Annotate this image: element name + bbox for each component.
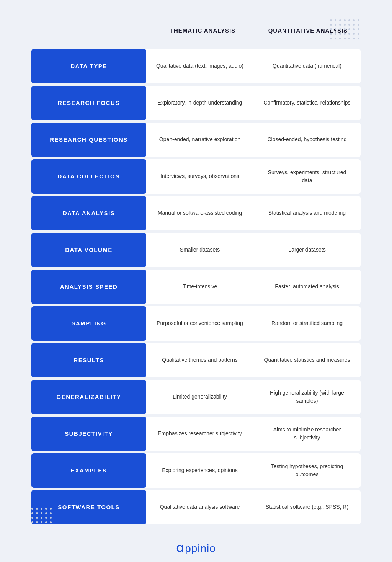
row-label-data-type: DATA TYPE <box>31 49 146 83</box>
table-row: EXAMPLESExploring experiences, opinionsT… <box>31 453 361 488</box>
row-cols: Exploring experiences, opinionsTesting h… <box>146 453 361 488</box>
page-container: THEMATIC ANALYSIS QUANTITATIVE ANALYSIS … <box>31 15 361 555</box>
row-cols: Manual or software-assisted codingStatis… <box>146 196 361 230</box>
row-label-text: GENERALIZABILITY <box>57 394 121 400</box>
row-cols: Smaller datasetsLarger datasets <box>146 233 361 267</box>
row-label-text: SAMPLING <box>71 320 106 327</box>
row-col-quantitative: Surveys, experiments, structured data <box>253 159 361 194</box>
row-label-sampling: SAMPLING <box>31 306 146 341</box>
table-row: GENERALIZABILITYLimited generalizability… <box>31 380 361 414</box>
row-label-data-volume: DATA VOLUME <box>31 233 146 267</box>
row-col-quantitative: Faster, automated analysis <box>253 270 361 304</box>
row-label-results: RESULTS <box>31 343 146 377</box>
row-label-text: RESULTS <box>74 357 104 363</box>
row-col-thematic: Exploring experiences, opinions <box>146 453 253 488</box>
row-col-thematic: Exploratory, in-depth understanding <box>146 86 253 120</box>
row-label-subjectivity: SUBJECTIVITY <box>31 417 146 451</box>
row-label-examples: EXAMPLES <box>31 453 146 488</box>
table-row: RESEARCH QUESTIONSOpen-ended, narrative … <box>31 123 361 157</box>
row-cols: Open-ended, narrative explorationClosed-… <box>146 123 361 157</box>
row-label-data-analysis: DATA ANALYSIS <box>31 196 146 230</box>
row-cols: Time-intensiveFaster, automated analysis <box>146 270 361 304</box>
row-cols: Interviews, surveys, observationsSurveys… <box>146 159 361 194</box>
row-col-quantitative: Testing hypotheses, predicting outcomes <box>253 453 361 488</box>
row-label-data-collection: DATA COLLECTION <box>31 159 146 194</box>
row-cols: Purposeful or convenience samplingRandom… <box>146 306 361 341</box>
row-col-quantitative: Statistical analysis and modeling <box>253 196 361 230</box>
row-col-quantitative: Larger datasets <box>253 233 361 267</box>
table-row: SAMPLINGPurposeful or convenience sampli… <box>31 306 361 341</box>
row-cols: Emphasizes researcher subjectivityAims t… <box>146 417 361 451</box>
row-col-quantitative: Quantitative data (numerical) <box>253 49 361 83</box>
logo: ɑppinio <box>31 540 361 555</box>
row-label-generalizability: GENERALIZABILITY <box>31 380 146 414</box>
table-row: SUBJECTIVITYEmphasizes researcher subjec… <box>31 417 361 451</box>
row-cols: Limited generalizabilityHigh generalizab… <box>146 380 361 414</box>
row-cols: Qualitative data analysis softwareStatis… <box>146 490 361 524</box>
table-row: DATA VOLUMESmaller datasetsLarger datase… <box>31 233 361 267</box>
table-row: DATA COLLECTIONInterviews, surveys, obse… <box>31 159 361 194</box>
table-header: THEMATIC ANALYSIS QUANTITATIVE ANALYSIS <box>31 15 361 46</box>
row-col-quantitative: High generalizability (with large sample… <box>253 380 361 414</box>
footer: ɑppinio <box>31 540 361 555</box>
row-col-thematic: Open-ended, narrative exploration <box>146 123 253 157</box>
row-col-quantitative: Closed-ended, hypothesis testing <box>253 123 361 157</box>
row-label-text: DATA TYPE <box>70 63 107 69</box>
row-label-text: DATA ANALYSIS <box>63 210 115 216</box>
row-label-text: RESEARCH FOCUS <box>58 100 120 106</box>
row-col-quantitative: Aims to minimize researcher subjectivity <box>253 417 361 451</box>
decorative-dots-bottom-left <box>31 508 53 524</box>
row-col-thematic: Smaller datasets <box>146 233 253 267</box>
row-col-thematic: Qualitative data (text, images, audio) <box>146 49 253 83</box>
row-col-thematic: Time-intensive <box>146 270 253 304</box>
row-col-thematic: Qualitative data analysis software <box>146 490 253 524</box>
row-label-text: EXAMPLES <box>71 467 107 474</box>
table-row: DATA ANALYSISManual or software-assisted… <box>31 196 361 230</box>
row-col-quantitative: Statistical software (e.g., SPSS, R) <box>253 490 361 524</box>
table-row: SOFTWARE TOOLSQualitative data analysis … <box>31 490 361 524</box>
row-cols: Qualitative data (text, images, audio)Qu… <box>146 49 361 83</box>
row-label-text: RESEARCH QUESTIONS <box>50 136 128 143</box>
row-col-thematic: Purposeful or convenience sampling <box>146 306 253 341</box>
table-row: RESULTSQualitative themes and patternsQu… <box>31 343 361 377</box>
decorative-dots-top-right <box>330 19 361 41</box>
row-col-thematic: Emphasizes researcher subjectivity <box>146 417 253 451</box>
row-label-text: ANALYSIS SPEED <box>60 283 118 290</box>
column-header-thematic: THEMATIC ANALYSIS <box>150 23 255 38</box>
row-col-quantitative: Quantitative statistics and measures <box>253 343 361 377</box>
row-label-analysis-speed: ANALYSIS SPEED <box>31 270 146 304</box>
table-row: DATA TYPEQualitative data (text, images,… <box>31 49 361 83</box>
table-row: ANALYSIS SPEEDTime-intensiveFaster, auto… <box>31 270 361 304</box>
row-label-research-questions: RESEARCH QUESTIONS <box>31 123 146 157</box>
row-label-text: DATA COLLECTION <box>57 173 120 180</box>
row-col-thematic: Qualitative themes and patterns <box>146 343 253 377</box>
table-row: RESEARCH FOCUSExploratory, in-depth unde… <box>31 86 361 120</box>
row-cols: Exploratory, in-depth understandingConfi… <box>146 86 361 120</box>
row-label-research-focus: RESEARCH FOCUS <box>31 86 146 120</box>
thematic-title: THEMATIC ANALYSIS <box>158 27 248 34</box>
row-label-text: DATA VOLUME <box>65 247 113 253</box>
row-col-quantitative: Random or stratified sampling <box>253 306 361 341</box>
row-cols: Qualitative themes and patternsQuantitat… <box>146 343 361 377</box>
row-col-thematic: Manual or software-assisted coding <box>146 196 253 230</box>
row-label-text: SOFTWARE TOOLS <box>58 504 120 510</box>
comparison-table: DATA TYPEQualitative data (text, images,… <box>31 49 361 524</box>
row-col-thematic: Interviews, surveys, observations <box>146 159 253 194</box>
row-col-quantitative: Confirmatory, statistical relationships <box>253 86 361 120</box>
row-label-text: SUBJECTIVITY <box>65 430 113 437</box>
row-col-thematic: Limited generalizability <box>146 380 253 414</box>
